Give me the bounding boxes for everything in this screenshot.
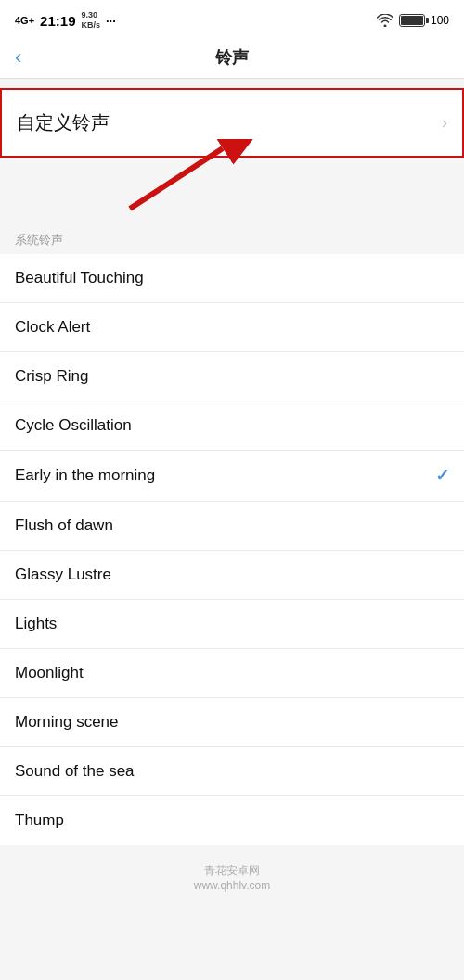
ringtone-name: Thump	[15, 811, 64, 830]
ringtone-item[interactable]: Morning scene	[0, 698, 464, 747]
red-arrow-icon	[74, 139, 278, 213]
arrow-area	[0, 158, 464, 223]
svg-line-1	[130, 148, 223, 209]
watermark: 青花安卓网 www.qhhlv.com	[0, 845, 464, 901]
ringtone-item[interactable]: Thump	[0, 796, 464, 845]
battery-indicator	[399, 14, 425, 27]
page-title: 铃声	[215, 46, 249, 69]
nav-bar: ‹ 铃声	[0, 37, 464, 79]
ringtone-item[interactable]: Flush of dawn	[0, 502, 464, 551]
ringtone-name: Sound of the sea	[15, 762, 135, 781]
signal-indicator: 4G+	[15, 15, 34, 26]
ringtone-name: Clock Alert	[15, 318, 90, 337]
ringtone-name: Early in the morning	[15, 466, 155, 485]
ringtone-name: Morning scene	[15, 713, 119, 732]
ringtone-item[interactable]: Early in the morning✓	[0, 451, 464, 502]
custom-ringtone-label: 自定义铃声	[17, 110, 110, 135]
ringtone-item[interactable]: Beautiful Touching	[0, 254, 464, 303]
ringtone-name: Cycle Oscillation	[15, 416, 132, 435]
ringtone-list: Beautiful TouchingClock AlertCrisp RingC…	[0, 254, 464, 845]
back-button[interactable]: ‹	[15, 45, 21, 70]
ringtone-item[interactable]: Crisp Ring	[0, 352, 464, 401]
status-left: 4G+ 21:19 9.30 KB/s ···	[15, 10, 116, 31]
ringtone-name: Crisp Ring	[15, 367, 88, 386]
ringtone-item[interactable]: Lights	[0, 600, 464, 649]
selected-check-icon: ✓	[435, 465, 449, 486]
wifi-icon	[377, 14, 393, 27]
status-right: 100	[377, 14, 449, 27]
ringtone-item[interactable]: Glassy Lustre	[0, 551, 464, 600]
ringtone-name: Flush of dawn	[15, 516, 113, 535]
ringtone-name: Moonlight	[15, 664, 84, 682]
status-time: 21:19	[40, 13, 75, 29]
system-section-label: 系统铃声	[0, 223, 464, 254]
ringtone-item[interactable]: Cycle Oscillation	[0, 401, 464, 451]
ringtone-item[interactable]: Sound of the sea	[0, 747, 464, 796]
ringtone-item[interactable]: Clock Alert	[0, 303, 464, 352]
battery-level: 100	[431, 14, 449, 27]
status-bar: 4G+ 21:19 9.30 KB/s ··· 100	[0, 0, 464, 37]
status-speed: 9.30 KB/s	[81, 10, 100, 31]
ringtone-item[interactable]: Moonlight	[0, 649, 464, 698]
ringtone-name: Lights	[15, 615, 57, 633]
battery-fill	[401, 16, 423, 25]
ringtone-name: Beautiful Touching	[15, 269, 144, 287]
ringtone-name: Glassy Lustre	[15, 566, 111, 584]
chevron-right-icon: ›	[442, 113, 447, 133]
status-dots: ···	[106, 14, 116, 28]
